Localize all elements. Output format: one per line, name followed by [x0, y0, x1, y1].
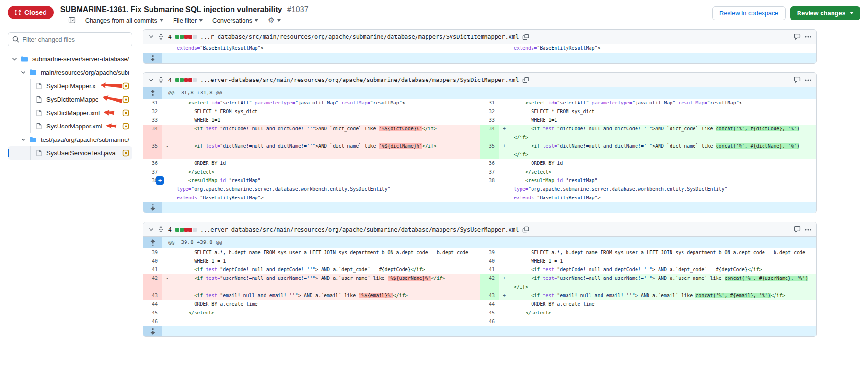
review-in-codespace-button[interactable]: Review in codespace	[712, 6, 786, 20]
drag-handle-icon[interactable]	[158, 226, 163, 233]
file-comment-button[interactable]	[794, 76, 801, 83]
code-left: extends="BaseEntityResultMap">	[173, 44, 480, 53]
copy-path-button[interactable]	[522, 77, 529, 83]
line-number-right[interactable]: 44	[480, 300, 499, 309]
chevron-down-icon[interactable]	[20, 69, 26, 76]
line-number-right[interactable]: 36	[480, 159, 499, 168]
code-token: resultMap=	[341, 100, 370, 105]
file-filter-menu[interactable]: File filter	[173, 17, 203, 24]
tree-folder-main-resources-org-apache-subm[interactable]: main/resources/org/apache/subm...	[8, 66, 132, 79]
line-number-left[interactable]	[143, 44, 162, 53]
line-number-right[interactable]: 43	[480, 291, 499, 300]
line-number-right[interactable]: 37	[480, 168, 499, 176]
diff-file-card-2: 4...erver-database/src/main/resources/or…	[143, 222, 817, 337]
line-number-left[interactable]: 41	[143, 266, 162, 274]
changes-from-menu[interactable]: Changes from all commits	[85, 17, 163, 24]
copy-path-button[interactable]	[522, 34, 529, 40]
line-number-left[interactable]: 36	[143, 159, 162, 168]
expand-bar-strip	[162, 326, 816, 336]
line-number-left[interactable]: 46	[143, 317, 162, 326]
code-token: </if>	[771, 293, 785, 298]
line-number-right[interactable]: 42	[480, 274, 499, 291]
copy-icon	[522, 34, 529, 40]
diff-settings-menu[interactable]: ⚙	[268, 17, 280, 23]
expand-down-button[interactable]	[143, 326, 162, 336]
line-number-right[interactable]: 40	[480, 257, 499, 266]
code-token	[177, 100, 188, 105]
code-token	[514, 267, 531, 272]
line-number-right[interactable]: 32	[480, 107, 499, 116]
line-number-left[interactable]: 31	[143, 99, 162, 107]
expand-down-button[interactable]	[143, 202, 162, 213]
line-number-right[interactable]	[480, 44, 499, 53]
tree-file-sysuserservicetest-java[interactable]: SysUserServiceTest.java	[8, 146, 132, 160]
line-number-left[interactable]: 43	[143, 291, 162, 300]
code-token: ORDER BY id	[514, 161, 563, 166]
line-number-left[interactable]: 45	[143, 309, 162, 317]
tree-item-label: submarine-server/server-database/...	[32, 56, 129, 63]
line-number-left[interactable]: 42	[143, 274, 162, 291]
code-token: "BaseEntityResultMap"	[200, 46, 260, 51]
line-number-right[interactable]: 38	[480, 176, 499, 202]
file-filter-label: File filter	[173, 17, 197, 24]
line-number-right[interactable]: 45	[480, 309, 499, 317]
comment-icon	[794, 226, 801, 233]
expand-down-button[interactable]	[143, 53, 162, 63]
line-number-left[interactable]: 44	[143, 300, 162, 309]
file-filter-input[interactable]	[8, 32, 132, 46]
line-number-right[interactable]: 35	[480, 142, 499, 159]
tree-file-sysdictmapper-xml[interactable]: SysDictMapper.xml	[8, 106, 132, 119]
sidebar-toggle-button[interactable]	[68, 16, 76, 24]
line-number-left[interactable]: 40	[143, 257, 162, 266]
line-number-right[interactable]: 41	[480, 266, 499, 274]
chevron-down-icon	[277, 19, 281, 22]
code-token: <if	[194, 126, 203, 131]
line-number-left[interactable]: 32	[143, 107, 162, 116]
tree-file-sysusermapper-xml[interactable]: SysUserMapper.xml	[8, 119, 132, 133]
code-token: >	[739, 100, 742, 105]
file-options-button[interactable]	[805, 36, 811, 38]
line-number-left[interactable]: 33	[143, 116, 162, 125]
diffstat-square-del	[184, 228, 188, 232]
copy-path-button[interactable]	[522, 226, 529, 233]
line-number-left[interactable]: 37	[143, 168, 162, 176]
diff-line: 35- <if test="dictName!=null and dictNam…	[143, 142, 816, 159]
drag-handle-icon[interactable]	[158, 76, 163, 83]
drag-handle-icon[interactable]	[158, 33, 163, 40]
file-options-button[interactable]	[805, 229, 811, 231]
expand-up-button[interactable]	[143, 237, 162, 248]
line-number-right[interactable]: 33	[480, 116, 499, 125]
line-number-left[interactable]: 35	[143, 142, 162, 159]
file-comment-button[interactable]	[794, 33, 801, 40]
line-number-left[interactable]: 39	[143, 248, 162, 257]
expand-up-button[interactable]	[143, 87, 162, 99]
line-number-right[interactable]: 46	[480, 317, 499, 326]
diff-side-left: 45 </select>	[143, 309, 480, 317]
line-number-left[interactable]: 34	[143, 125, 162, 142]
chevron-down-icon[interactable]	[20, 137, 26, 143]
code-token: <resultMap	[188, 178, 217, 183]
line-number-right[interactable]: 34	[480, 125, 499, 142]
tree-folder-submarine-server-server-database[interactable]: submarine-server/server-database/...	[8, 52, 132, 66]
line-number-right[interactable]: 39	[480, 248, 499, 257]
tree-folder-test-java-org-apache-submarine-s[interactable]: test/java/org/apache/submarine/s...	[8, 133, 132, 146]
code-token: > AND a.`email` like	[298, 293, 359, 298]
line-number-right[interactable]: 31	[480, 99, 499, 107]
pr-status-label: Closed	[24, 9, 47, 16]
tree-file-sysdeptmapper-xml[interactable]: SysDeptMapper.xml	[8, 79, 132, 93]
tree-file-sysdictitemmapper-xml[interactable]: SysDictItemMapper.xml	[8, 93, 132, 106]
conversations-menu[interactable]: Conversations	[212, 17, 258, 24]
add-comment-button[interactable]: +	[156, 176, 164, 185]
review-changes-button[interactable]: Review changes	[790, 6, 860, 20]
diff-marker	[162, 116, 173, 125]
file-options-button[interactable]	[805, 79, 811, 81]
expand-up-icon	[150, 90, 155, 96]
collapse-file-button[interactable]	[148, 34, 154, 40]
code-token: <if	[194, 143, 203, 149]
chevron-down-icon[interactable]	[12, 56, 18, 62]
code-token: type=	[177, 186, 191, 192]
collapse-file-button[interactable]	[148, 77, 154, 83]
file-comment-button[interactable]	[794, 226, 801, 233]
diff-body: extends="BaseEntityResultMap">extends="B…	[143, 44, 816, 63]
collapse-file-button[interactable]	[148, 226, 154, 232]
